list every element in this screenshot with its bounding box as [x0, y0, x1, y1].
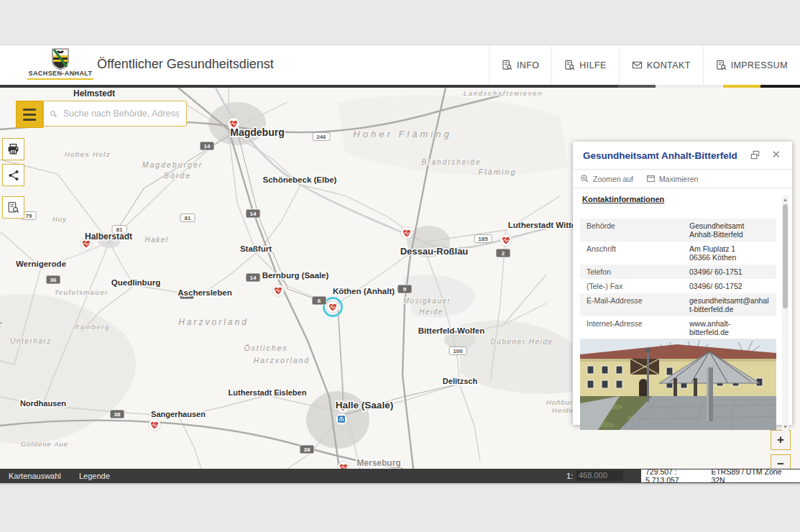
contact-table: BehördeGesundheitsamt Anhalt-BitterfeldA…: [580, 219, 776, 339]
zoom-in-button[interactable]: +: [771, 430, 791, 450]
search-icon: [50, 109, 58, 119]
region-label: Heide: [552, 406, 574, 414]
nav-item-hilfe[interactable]: HILFE: [551, 45, 618, 85]
doc-search-icon: [7, 201, 19, 214]
nav-item-info[interactable]: INFO: [489, 45, 551, 85]
building-marker[interactable]: [336, 413, 348, 426]
road-badge-label: 6: [318, 298, 321, 304]
doc-search-icon: [502, 60, 512, 70]
app-window: SACHSEN-ANHALT Öffentlicher Gesundheitsd…: [0, 45, 800, 483]
print-button[interactable]: [2, 138, 24, 160]
city-label: Bernburg (Saale): [262, 271, 329, 280]
doc-search-icon: [564, 60, 575, 70]
road-badge-label: 79: [26, 213, 32, 219]
section-heading: Kontaktinformationen: [582, 195, 792, 203]
close-icon[interactable]: ✕: [771, 148, 781, 161]
scroll-up-icon[interactable]: ▲: [782, 197, 788, 202]
row-label: Telefon: [580, 265, 683, 279]
coordinates-value: 729.507 : 5.713.057: [645, 467, 711, 485]
nav-item-kontakt[interactable]: KONTAKT: [619, 45, 703, 85]
region-label: Landschaftswiesen: [464, 90, 543, 97]
road-badge-label: 100: [453, 348, 463, 354]
zoom-out-button[interactable]: −: [771, 454, 791, 469]
map-canvas[interactable]: LandschaftswiesenHoher FlämingBrandtshei…: [0, 88, 800, 469]
health-office-marker[interactable]: [272, 285, 285, 297]
row-value: Gesundheitsamt Anhalt-Bitterfeld: [683, 219, 776, 242]
panel-photo: [580, 339, 776, 430]
road-badge-label: 14: [250, 275, 257, 281]
legende-button[interactable]: Legende: [79, 472, 110, 480]
row-value: gesundheitsamt@anhalt-bitterfeld.de: [683, 293, 776, 316]
health-office-marker[interactable]: [149, 419, 161, 431]
table-row: BehördeGesundheitsamt Anhalt-Bitterfeld: [580, 219, 776, 242]
region-label: Hohes Holz: [65, 150, 111, 158]
selected-health-office-marker[interactable]: [327, 301, 339, 313]
health-office-marker[interactable]: [338, 462, 350, 469]
table-row: E-Mail-Addressegesundheitsamt@anhalt-bit…: [580, 293, 776, 316]
row-label: Anschrift: [580, 242, 683, 265]
zoom-controls: + −: [771, 430, 791, 469]
window-icon: [646, 174, 656, 183]
health-office-marker[interactable]: [500, 234, 512, 247]
nav-item-impressum[interactable]: IMPRESSUM: [703, 45, 800, 85]
region-label: Östliches: [244, 344, 288, 352]
health-office-marker[interactable]: [81, 238, 93, 250]
city-label: Merseburg: [357, 458, 400, 468]
road-badge-label: 9: [403, 286, 407, 293]
zoom-to-button[interactable]: Zoomen auf: [580, 174, 633, 183]
scroll-thumb[interactable]: [783, 204, 788, 308]
magnifier-plus-icon: [580, 174, 589, 183]
city-label: Helmstedt: [73, 88, 115, 98]
city-label: Schönebeck (Elbe): [263, 175, 337, 184]
scale-ratio-label: 1:: [566, 472, 573, 480]
road-badge-label: 36: [50, 277, 57, 283]
nav-label: IMPRESSUM: [731, 60, 788, 70]
search-bar: [16, 101, 187, 128]
row-value: www.anhalt-bitterfeld.de: [683, 316, 776, 339]
coordinate-readout: 729.507 : 5.713.057 ETRS89 / UTM Zone 32…: [641, 469, 800, 482]
health-office-marker[interactable]: [228, 118, 240, 130]
region-label: Huy: [52, 215, 67, 223]
crs-label: ETRS89 / UTM Zone 32N: [711, 467, 796, 485]
map-tools: [2, 138, 24, 222]
table-row: AnschriftAm Fluplatz 106366 Köthen: [580, 242, 776, 265]
coat-of-arms-icon: [51, 48, 70, 70]
menu-button[interactable]: [16, 101, 43, 128]
page: { "colors":{"accent_yellow":"#e8b71e","d…: [0, 0, 800, 532]
row-value: Am Fluplatz 106366 Köthen: [683, 242, 776, 265]
scale-value-input[interactable]: 468.000: [576, 470, 623, 481]
search-input[interactable]: [62, 108, 180, 119]
row-value: 03496/ 60-1751: [683, 265, 776, 279]
feature-info-button[interactable]: [2, 196, 24, 219]
nav-label: INFO: [517, 60, 539, 70]
zoom-to-label: Zoomen auf: [593, 175, 633, 183]
scroll-down-icon[interactable]: ▼: [782, 424, 788, 429]
road-badge-label: 38: [304, 446, 311, 453]
road-badge-label: 185: [478, 236, 488, 242]
info-panel: Gesundheitsamt Anhalt-Bitterfeld ✕ Zoome…: [573, 142, 792, 425]
panel-title: Gesundheitsamt Anhalt-Bitterfeld: [583, 150, 737, 161]
row-label: Internet-Adresse: [580, 316, 683, 339]
nav-label: KONTAKT: [647, 60, 691, 70]
nav-label: HILFE: [579, 60, 606, 70]
kartenauswahl-button[interactable]: Kartenauswahl: [9, 472, 61, 480]
search-field: [43, 101, 187, 127]
panel-actions: Zoomen auf Maximieren: [573, 170, 792, 188]
road-badge-label: 246: [316, 134, 326, 140]
health-office-marker[interactable]: [401, 227, 413, 239]
health-office-marker[interactable]: [337, 401, 349, 413]
row-label: E-Mail-Addresse: [580, 293, 683, 316]
maximize-button[interactable]: Maximieren: [646, 174, 698, 183]
region-label: Magdeburger: [142, 160, 203, 169]
table-row: Internet-Adressewww.anhalt-bitterfeld.de: [580, 316, 776, 339]
road-badge-label: 81: [116, 226, 123, 233]
road-badge-label: 2: [502, 250, 505, 257]
status-bar: Kartenauswahl Legende 1: 468.000 729.507…: [0, 469, 800, 483]
dock-icon[interactable]: [750, 150, 760, 160]
region-label: Hakel: [144, 236, 168, 244]
share-button[interactable]: [2, 164, 24, 186]
region-label: Harzvorland: [254, 356, 311, 364]
panel-scrollbar[interactable]: ▲ ▼: [782, 195, 788, 431]
mail-icon: [632, 60, 643, 70]
road-badge-label: 81: [185, 215, 191, 221]
